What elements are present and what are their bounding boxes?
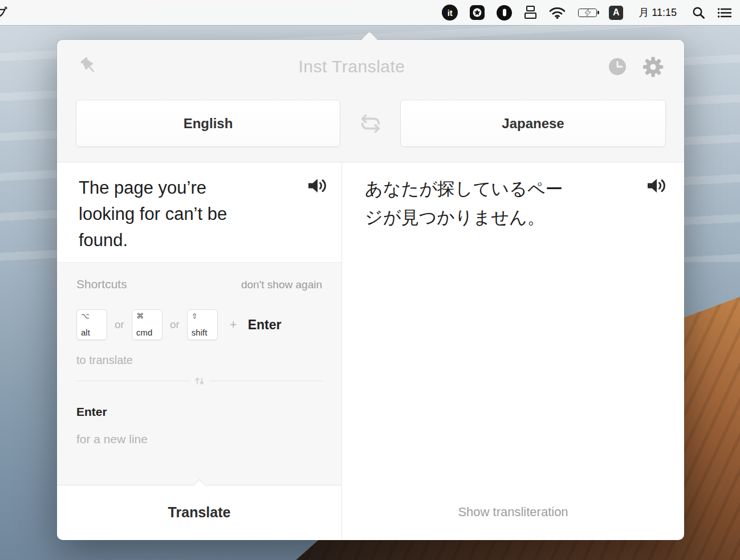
inst-translate-icon: it	[442, 5, 458, 21]
translate-button-label: Translate	[168, 504, 231, 521]
history-clock-icon	[607, 56, 628, 77]
alt-keycap: ⌥ alt	[76, 309, 107, 340]
pin-button[interactable]	[76, 55, 101, 79]
input-source-icon: A	[609, 6, 623, 20]
onepassword-menu-item[interactable]	[497, 5, 512, 21]
or-separator: or	[115, 318, 124, 331]
header-actions	[602, 55, 665, 79]
speaker-icon	[307, 177, 329, 194]
cmd-keycap: ⌘ cmd	[132, 309, 162, 340]
wifi-icon	[548, 6, 566, 19]
search-icon	[692, 6, 705, 19]
speak-target-button[interactable]	[647, 177, 668, 194]
shortcuts-title: Shortcuts	[76, 277, 127, 291]
shortcuts-divider	[76, 381, 322, 381]
language-selector-row: English Japanese	[76, 100, 666, 147]
battery-menu-item[interactable]	[578, 9, 597, 17]
to-translate-hint: to translate	[76, 354, 322, 367]
show-transliteration-link[interactable]: Show transliteration	[458, 505, 568, 520]
cmd-key-glyph: ⌘	[136, 312, 158, 320]
popover-title: Inst Translate	[101, 57, 602, 76]
shortcuts-panel: Shortcuts don't show again ⌥ alt or ⌘ cm…	[57, 262, 341, 485]
inst-translate-menu-item[interactable]: it	[442, 5, 458, 21]
shortcut-keys-row: ⌥ alt or ⌘ cmd or ⇧ shift + Enter	[76, 309, 322, 340]
menu-bar-clock[interactable]: 月 11:15	[639, 6, 677, 19]
shift-keycap: ⇧ shift	[187, 309, 218, 340]
spotlight-menu-item[interactable]	[692, 6, 705, 19]
popover-header: Inst Translate	[57, 40, 684, 162]
stacked-windows-icon	[524, 6, 536, 19]
target-text-area: あなたが探しているページが見つかりません。	[342, 162, 684, 485]
or-separator: or	[170, 318, 180, 331]
source-text[interactable]: The page you’re looking for can’t be fou…	[79, 175, 267, 254]
popover-body: The page you’re looking for can’t be fou…	[57, 162, 684, 539]
target-column: あなたが探しているページが見つかりません。 Show transliterati…	[342, 162, 684, 539]
menu-bar: プ it	[0, 0, 740, 25]
translate-button[interactable]: Translate	[57, 485, 341, 539]
source-language-button[interactable]: English	[76, 100, 340, 147]
newline-enter-label: Enter	[76, 405, 322, 419]
window-manager-menu-item[interactable]	[524, 6, 536, 19]
source-column: The page you’re looking for can’t be fou…	[57, 162, 342, 539]
history-button[interactable]	[607, 56, 628, 77]
star-app-menu-item[interactable]	[470, 5, 485, 20]
transliteration-bar: Show transliteration	[342, 485, 684, 539]
list-icon	[717, 7, 732, 18]
input-source-menu-item[interactable]: A	[609, 6, 623, 20]
newline-hint: for a new line	[76, 432, 322, 446]
cmd-key-label: cmd	[136, 328, 158, 337]
swap-wrap	[340, 113, 400, 134]
source-text-area[interactable]: The page you’re looking for can’t be fou…	[57, 162, 341, 262]
pin-icon	[78, 55, 100, 79]
wifi-menu-item[interactable]	[548, 6, 566, 19]
target-language-button[interactable]: Japanese	[400, 100, 666, 147]
header-top: Inst Translate	[57, 40, 684, 79]
plus-separator: +	[230, 317, 237, 332]
menu-bar-status-items: it	[442, 0, 740, 25]
swap-arrows-icon	[357, 113, 384, 134]
speak-source-button[interactable]	[307, 177, 329, 194]
swap-languages-button[interactable]	[357, 113, 384, 134]
translated-text: あなたが探しているページが見つかりません。	[365, 175, 571, 232]
speaker-icon	[647, 177, 668, 194]
settings-button[interactable]	[641, 55, 665, 79]
gear-icon	[641, 55, 665, 79]
dont-show-again-link[interactable]: don't show again	[241, 279, 322, 291]
enter-key-label: Enter	[248, 317, 282, 333]
battery-charging-icon	[578, 9, 597, 17]
shift-key-glyph: ⇧	[192, 312, 213, 320]
star-app-icon	[470, 5, 485, 20]
alt-key-label: alt	[81, 328, 103, 337]
alt-key-glyph: ⌥	[81, 312, 103, 320]
newline-divider-icon	[189, 377, 210, 386]
shift-key-label: shift	[192, 328, 213, 337]
translate-popover: Inst Translate	[57, 40, 684, 540]
app-menu-partial[interactable]: プ	[0, 5, 7, 20]
onepassword-icon	[497, 5, 512, 21]
shortcuts-head: Shortcuts don't show again	[76, 277, 322, 291]
notification-center-menu-item[interactable]	[717, 7, 732, 18]
